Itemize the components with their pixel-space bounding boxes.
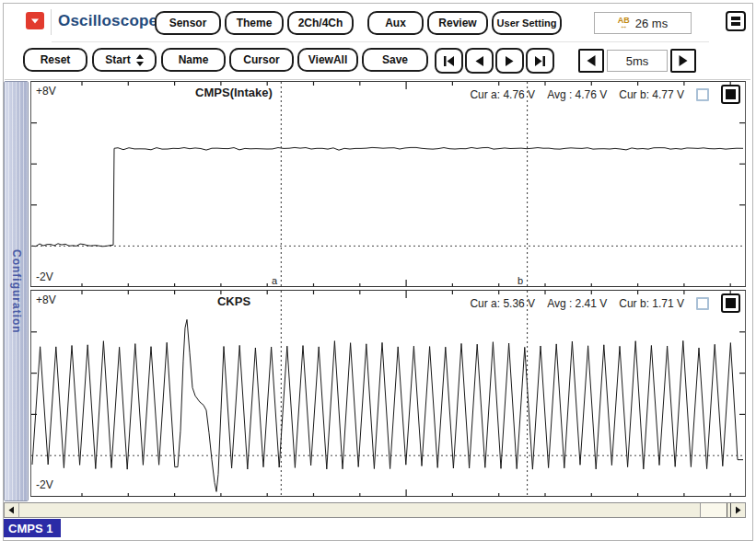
skip-to-start-button[interactable] <box>435 48 463 74</box>
ch1-top-voltage-label: +8V <box>36 85 56 98</box>
channel-count-button[interactable]: 2Ch/4Ch <box>287 11 354 35</box>
configuration-tab[interactable]: Configuration <box>4 81 29 501</box>
ch2-checkbox[interactable] <box>696 297 709 310</box>
topbar-underline <box>52 41 709 42</box>
step-back-button[interactable] <box>465 48 494 74</box>
ch1-cursor-a-value: Cur a: 4.76 V <box>470 88 535 101</box>
theme-button[interactable]: Theme <box>225 11 284 35</box>
ab-time-readout: AB ↔ 26 ms <box>594 12 692 34</box>
selected-channel-tab[interactable]: CMPS 1 <box>4 519 61 537</box>
timebase-increase-button[interactable] <box>670 49 696 73</box>
title-divider <box>51 9 52 35</box>
ch2-avg-value: Avg : 2.41 V <box>547 297 607 310</box>
start-stop-button[interactable]: Start <box>92 48 157 72</box>
ch2-cursor-a-value: Cur a: 5.36 V <box>470 297 535 310</box>
review-button[interactable]: Review <box>427 11 488 35</box>
scrollbar-thumb[interactable] <box>700 503 727 517</box>
ab-time-value: 26 ms <box>635 17 668 30</box>
save-button[interactable]: Save <box>362 48 428 72</box>
step-forward-button[interactable] <box>495 48 524 74</box>
skip-end-icon <box>534 56 546 66</box>
page-title: Oscilloscope <box>58 12 157 30</box>
name-button[interactable]: Name <box>161 48 226 72</box>
start-label: Start <box>105 53 130 66</box>
scroll-right-button[interactable] <box>730 503 745 517</box>
ch1-checkbox[interactable] <box>696 88 709 101</box>
ch2-cursor-b-value: Cur b: 1.71 V <box>619 297 684 310</box>
ab-cursor-icon: AB ↔ <box>618 17 630 29</box>
play-back-icon <box>474 56 484 66</box>
play-forward-icon <box>505 56 515 66</box>
skip-start-icon <box>443 56 455 66</box>
channel-1-plot[interactable]: +8V CMPS(Intake) Cur a: 4.76 V Avg : 4.7… <box>30 81 746 286</box>
reset-button[interactable]: Reset <box>23 48 87 72</box>
aux-button[interactable]: Aux <box>367 11 424 35</box>
arrow-left-icon <box>586 54 597 67</box>
skip-to-end-button[interactable] <box>526 48 554 74</box>
ch1-avg-value: Avg : 4.76 V <box>547 88 607 101</box>
channel-2-waveform <box>31 291 745 496</box>
ch2-top-voltage-label: +8V <box>36 293 56 306</box>
ch1-cursor-b-value: Cur b: 4.77 V <box>619 88 684 101</box>
timebase-value-box[interactable]: 5ms <box>607 50 668 72</box>
ch2-title: CKPS <box>160 294 308 308</box>
ch2-display-toggle-button[interactable] <box>721 293 740 313</box>
cursor-a-label: a <box>272 275 277 286</box>
sensor-button[interactable]: Sensor <box>155 11 221 35</box>
toolbar-divider <box>5 79 750 80</box>
chevron-down-icon <box>30 17 40 25</box>
horizontal-scrollbar[interactable] <box>4 502 746 518</box>
configuration-tab-label: Configuration <box>10 249 23 334</box>
ch1-bottom-voltage-label: -2V <box>36 270 53 283</box>
arrow-right-icon <box>678 54 689 67</box>
scroll-left-button[interactable] <box>5 503 19 517</box>
scroll-left-icon <box>8 506 15 514</box>
ch1-title: CMPS(Intake) <box>160 86 308 99</box>
spinner-updown-icon <box>136 54 144 66</box>
timebase-decrease-button[interactable] <box>578 49 604 73</box>
user-setting-button[interactable]: User Setting <box>492 11 562 35</box>
app-close-menu-button[interactable] <box>26 12 44 29</box>
ch2-bottom-voltage-label: -2V <box>36 478 53 491</box>
view-all-button[interactable]: ViewAll <box>297 48 358 72</box>
cursor-b-label: b <box>518 275 523 286</box>
channel-2-plot[interactable]: +8V CKPS Cur a: 5.36 V Avg : 2.41 V Cur … <box>30 291 746 497</box>
menu-icon[interactable] <box>726 11 746 31</box>
channel-1-waveform <box>31 82 745 286</box>
scroll-right-icon <box>735 506 741 514</box>
cursor-button[interactable]: Cursor <box>229 48 294 72</box>
ch1-display-toggle-button[interactable] <box>721 85 740 104</box>
selected-channel-label: CMPS 1 <box>8 522 52 535</box>
